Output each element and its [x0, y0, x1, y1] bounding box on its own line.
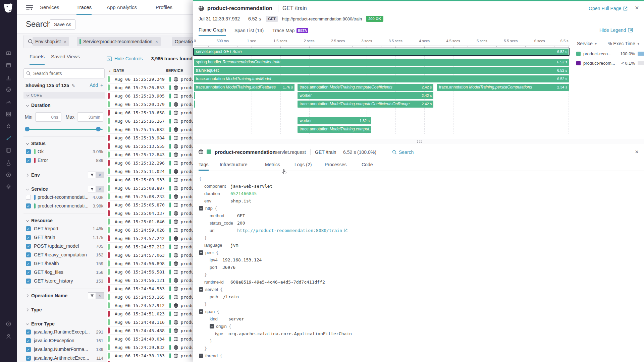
facet-clear-button[interactable]: ×	[96, 186, 104, 192]
flame-span[interactable]: trace.annotation ModelTraining.comput...	[298, 126, 371, 133]
tag-value[interactable]: http://product-recommendation:8080/train	[237, 228, 342, 233]
facet-checkbox[interactable]: ✓	[26, 279, 31, 284]
facet-value-row[interactable]: ✓product-recommendati...3.98k	[23, 201, 105, 210]
trace-tab-flamegraph[interactable]: Flame Graph	[199, 25, 226, 36]
close-span-panel-icon[interactable]: ×	[635, 148, 639, 156]
facet-value-row[interactable]: ✓GET /train1.17k	[23, 233, 105, 242]
facet-value-row[interactable]: ✓Ok3.09k	[23, 147, 105, 156]
flame-span[interactable]: trace.annotation ModelTraining.trainMode…	[194, 75, 569, 82]
nav-item-profiles[interactable]: Profiles	[156, 0, 172, 15]
collapse-icon[interactable]: −	[199, 250, 203, 255]
flame-span[interactable]: trace.annotation ModelTraining.loadFeatu…	[194, 84, 294, 91]
facet-group-header[interactable]: Type	[23, 306, 105, 313]
facet-checkbox[interactable]: ✓	[26, 158, 31, 163]
collapse-icon[interactable]: −	[199, 206, 203, 210]
span-tab-tags[interactable]: Tags	[199, 159, 209, 171]
flame-span[interactable]: trace.annotation ModelTraining.computeCo…	[298, 84, 433, 91]
nav-item-traces[interactable]: Traces	[76, 0, 92, 15]
core-section-header[interactable]: CORE	[23, 92, 105, 99]
facet-clear-button[interactable]: ×	[96, 292, 104, 299]
span-tab-metrics[interactable]: Metrics	[265, 159, 280, 171]
flame-span[interactable]: trainRequest6.52 s	[194, 67, 569, 74]
trace-row[interactable]: Aug 06 15:25:26.853product	[107, 83, 204, 92]
synthetics-icon[interactable]	[6, 172, 11, 178]
duration-max-input[interactable]	[77, 112, 103, 122]
facet-value-row[interactable]: ✓GET /heavy_computation162	[23, 250, 105, 259]
flame-span[interactable]: trace.annotation ModelTraining.computeCo…	[298, 101, 433, 108]
facet-value-row[interactable]: ✓POST /update_model705	[23, 242, 105, 250]
monitors-icon[interactable]	[6, 87, 11, 93]
traces-icon[interactable]	[6, 135, 11, 141]
save-as-button[interactable]: Save As	[50, 19, 75, 29]
facet-group-header[interactable]: Error Type	[23, 320, 105, 327]
trace-row[interactable]: Aug 06 15:25:12.296product	[107, 159, 204, 167]
trace-row[interactable]: Aug 06 15:24:48.116product	[107, 318, 204, 326]
facet-value-row[interactable]: ✓GET /report1.48k	[23, 224, 105, 233]
trace-row[interactable]: Aug 06 15:24:40.034product	[107, 335, 204, 343]
facet-filter-button[interactable]	[88, 172, 96, 178]
facet-checkbox[interactable]: ✓	[26, 338, 31, 343]
slider-handle-max[interactable]	[96, 127, 101, 131]
trace-row[interactable]: Aug 06 15:24:54.533product	[107, 285, 204, 293]
trace-tab-spanlist13[interactable]: Span List (13)	[234, 25, 264, 36]
remove-pill-icon[interactable]: ×	[64, 39, 66, 44]
trace-row[interactable]: Aug 06 15:25:29.349product	[107, 75, 204, 83]
facet-checkbox[interactable]: ✓	[26, 356, 31, 361]
search-pill[interactable]: Env:shop.ist×	[33, 37, 69, 46]
trace-row[interactable]: Aug 06 15:25:11.024product	[107, 167, 204, 176]
flame-span[interactable]	[194, 92, 195, 99]
trace-row[interactable]: Aug 06 15:24:53.165product	[107, 293, 204, 301]
trace-row[interactable]: Aug 06 15:25:13.555product	[107, 142, 204, 150]
facet-value-row[interactable]: ✓Error889	[23, 156, 105, 165]
trace-row[interactable]: Aug 06 15:25:09.933product	[107, 176, 204, 184]
trace-row[interactable]: Aug 06 15:25:08.233product	[107, 192, 204, 201]
flame-span[interactable]: worker2.42 s	[298, 92, 433, 99]
facet-value-row[interactable]: ✓GET /store_history153	[23, 277, 105, 285]
collapse-icon[interactable]: −	[199, 354, 203, 358]
graphs-icon[interactable]	[6, 75, 11, 80]
facet-value-row[interactable]: ✓GET /health159	[23, 259, 105, 268]
facet-checkbox[interactable]: ✓	[26, 252, 31, 257]
facet-checkbox[interactable]: ✓	[26, 203, 31, 208]
collapse-icon[interactable]: −	[199, 287, 203, 292]
collapse-icon[interactable]: −	[199, 309, 203, 314]
facet-duration-header[interactable]: Duration	[23, 102, 105, 109]
trace-row[interactable]: Aug 06 15:24:59.026product	[107, 226, 204, 234]
trace-row[interactable]: Aug 06 15:24:39.832product	[107, 343, 204, 352]
nav-item-app-analytics[interactable]: App Analytics	[107, 0, 137, 15]
sort-desc-icon[interactable]: ↓	[109, 68, 111, 73]
flame-span[interactable]	[194, 101, 195, 108]
trace-row[interactable]: Aug 06 15:25:08.887product	[107, 184, 204, 192]
trace-row[interactable]: Aug 06 15:24:56.898product	[107, 259, 204, 268]
trace-row[interactable]: Aug 06 15:25:16.267product	[107, 117, 204, 125]
trace-row[interactable]: Aug 06 15:24:45.488product	[107, 326, 204, 335]
legend-row[interactable]: product-recom...< 0.1%	[576, 60, 644, 66]
collapse-icon[interactable]: −	[210, 324, 214, 328]
trace-row[interactable]: Aug 06 15:24:57.212product	[107, 243, 204, 251]
trace-tab-tracemap[interactable]: Trace MapBETA	[272, 25, 308, 36]
duration-min-input[interactable]	[35, 112, 61, 122]
span-tab-logs2[interactable]: Logs (2)	[294, 159, 312, 171]
trace-row[interactable]: Aug 06 15:24:57.242product	[107, 234, 204, 243]
trace-row[interactable]: Aug 06 15:24:51.023product	[107, 310, 204, 318]
trace-row[interactable]: Aug 06 15:25:01.646product	[107, 218, 204, 226]
flame-span[interactable]: worker1.32 s	[298, 117, 371, 124]
trace-row[interactable]: Aug 06 15:24:56.581product	[107, 268, 204, 276]
trace-row[interactable]: Aug 06 15:25:20.379product	[107, 100, 204, 109]
facet-checkbox[interactable]: ✓	[26, 347, 31, 352]
user-icon[interactable]	[6, 334, 11, 339]
trace-row[interactable]: Aug 06 15:25:12.843product	[107, 150, 204, 159]
add-facet-button[interactable]: Add ＋	[90, 82, 104, 88]
span-tab-infrastructure[interactable]: Infrastructure	[220, 159, 247, 171]
span-tab-processes[interactable]: Processes	[325, 159, 346, 171]
logs-icon[interactable]	[6, 160, 11, 166]
facet-checkbox[interactable]: ✓	[26, 261, 31, 266]
facet-value-row[interactable]: ✓java.io.IOException161	[23, 336, 105, 345]
host-icon[interactable]	[6, 50, 11, 56]
flame-span[interactable]: trace.annotation ModelTraining.persistCo…	[437, 84, 569, 91]
facet-filter-button[interactable]	[88, 292, 96, 299]
collapse-menu-icon[interactable]	[26, 4, 33, 11]
facet-search-input[interactable]	[23, 68, 105, 78]
facet-group-header[interactable]: Status	[23, 140, 105, 147]
flame-span[interactable]: servlet.request GET /train6.52 s	[194, 48, 569, 55]
